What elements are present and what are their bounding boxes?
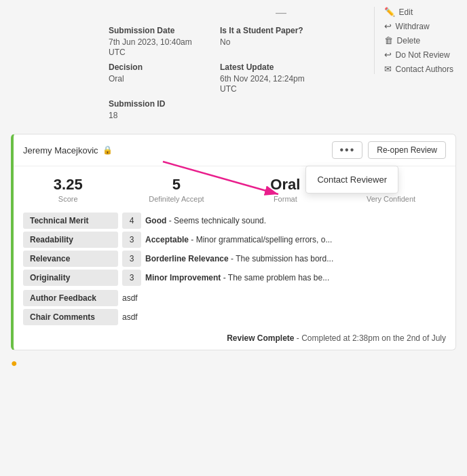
delete-label: Delete: [397, 36, 421, 45]
review-card: Jeremy Macejkovic 🔒 ••• Re-open Review C…: [11, 134, 456, 350]
score-item-0: 3.25 Score: [54, 176, 83, 203]
criteria-score-3: 3: [122, 270, 141, 286]
decision-value: Oral: [109, 74, 124, 84]
latest-update-value: 6th Nov 2024, 12:24pm UTC: [220, 74, 305, 94]
submission-date-label: Submission Date: [109, 26, 206, 35]
contact-authors-label: Contact Authors: [396, 65, 453, 74]
feedback-value-0: asdf: [122, 293, 138, 303]
dots-menu-button[interactable]: •••: [332, 141, 362, 159]
meta-grid: Submission Date 7th Jun 2023, 10:40am UT…: [109, 26, 318, 120]
withdraw-label: Withdraw: [396, 22, 430, 31]
review-complete-label: Review Complete: [227, 333, 294, 343]
criteria-name-2: Relevance: [23, 251, 118, 267]
sidebar-actions: ✏️ Edit ↩ Withdraw 🗑 Delete ↩ Do Not Rev…: [374, 7, 453, 74]
review-footer: Review Complete - Completed at 2:38pm on…: [14, 329, 455, 350]
withdraw-action[interactable]: ↩ Withdraw: [384, 21, 453, 31]
reviewer-name: Jeremy Macejkovic 🔒: [23, 145, 113, 155]
review-complete-detail: - Completed at 2:38pm on the 2nd of July: [297, 333, 446, 343]
score-label-0: Score: [54, 195, 83, 203]
reviewer-name-text: Jeremy Macejkovic: [23, 145, 98, 155]
feedback-table: Author Feedback asdf Chair Comments asdf: [23, 290, 446, 325]
latest-update-item: Latest Update 6th Nov 2024, 12:24pm UTC: [220, 62, 318, 94]
student-paper-value: No: [220, 37, 230, 47]
criteria-desc-3: Minor Improvement - The same problem has…: [145, 273, 446, 282]
dropdown-popup: Contact Reviewer: [305, 166, 398, 194]
submission-date-value: 7th Jun 2023, 10:40am UTC: [109, 37, 192, 57]
header-right: ••• Re-open Review Contact Reviewer: [332, 141, 446, 159]
score-label-3: Very Confident: [367, 195, 415, 203]
submission-id-item: Submission ID 18: [109, 99, 206, 120]
reopen-review-button[interactable]: Re-open Review: [368, 141, 446, 159]
score-label-1: Definitely Accept: [149, 195, 204, 203]
edit-action[interactable]: ✏️ Edit: [384, 7, 453, 17]
lock-icon: 🔒: [102, 145, 113, 155]
delete-action[interactable]: 🗑 Delete: [384, 35, 453, 45]
criteria-name-0: Technical Merit: [23, 213, 118, 229]
submission-id-label: Submission ID: [109, 99, 206, 109]
latest-update-label: Latest Update: [220, 62, 318, 72]
student-paper-item: Is It a Student Paper? No: [220, 26, 318, 57]
table-row: Technical Merit 4 Good - Seems technical…: [23, 213, 446, 229]
criteria-desc-1: Acceptable - Minor grammatical/spelling …: [145, 235, 446, 244]
criteria-score-1: 3: [122, 232, 141, 248]
criteria-name-3: Originality: [23, 270, 118, 286]
score-value-2: Oral: [270, 176, 300, 194]
do-not-review-label: Do Not Review: [396, 50, 450, 60]
criteria-score-0: 4: [122, 213, 141, 229]
bottom-dot: ●: [11, 357, 456, 369]
list-item: Author Feedback asdf: [23, 290, 446, 306]
student-paper-label: Is It a Student Paper?: [220, 26, 318, 35]
submission-date-item: Submission Date 7th Jun 2023, 10:40am UT…: [109, 26, 206, 57]
table-row: Originality 3 Minor Improvement - The sa…: [23, 270, 446, 286]
score-item-1: 5 Definitely Accept: [149, 176, 204, 203]
top-section: — Submission Date 7th Jun 2023, 10:40am …: [0, 0, 467, 127]
withdraw-icon: ↩: [384, 21, 392, 31]
criteria-desc-0: Good - Seems technically sound.: [145, 216, 446, 225]
table-row: Relevance 3 Borderline Relevance - The s…: [23, 251, 446, 267]
criteria-table: Technical Merit 4 Good - Seems technical…: [23, 213, 446, 286]
contact-authors-icon: ✉: [384, 64, 392, 74]
decision-label: Decision: [109, 62, 206, 72]
criteria-name-1: Readability: [23, 232, 118, 248]
contact-authors-action[interactable]: ✉ Contact Authors: [384, 64, 453, 74]
score-value-0: 3.25: [54, 176, 83, 194]
score-label-2: Format: [270, 195, 300, 203]
do-not-review-action[interactable]: ↩ Do Not Review: [384, 50, 453, 60]
score-value-1: 5: [149, 176, 204, 194]
table-row: Readability 3 Acceptable - Minor grammat…: [23, 232, 446, 248]
submission-id-value: 18: [109, 111, 117, 120]
feedback-value-1: asdf: [122, 312, 138, 322]
list-item: Chair Comments asdf: [23, 309, 446, 325]
edit-icon: ✏️: [384, 7, 395, 17]
review-card-header: Jeremy Macejkovic 🔒 ••• Re-open Review C…: [14, 134, 455, 166]
criteria-desc-2: Borderline Relevance - The submission ha…: [145, 254, 446, 263]
feedback-label-0: Author Feedback: [23, 290, 118, 306]
criteria-score-2: 3: [122, 251, 141, 267]
decision-item: Decision Oral: [109, 62, 206, 94]
edit-label: Edit: [399, 7, 413, 17]
score-item-2: Oral Format: [270, 176, 300, 203]
feedback-label-1: Chair Comments: [23, 309, 118, 325]
delete-icon: 🗑: [384, 35, 393, 45]
do-not-review-icon: ↩: [384, 50, 392, 60]
contact-reviewer-item[interactable]: Contact Reviewer: [317, 172, 387, 187]
